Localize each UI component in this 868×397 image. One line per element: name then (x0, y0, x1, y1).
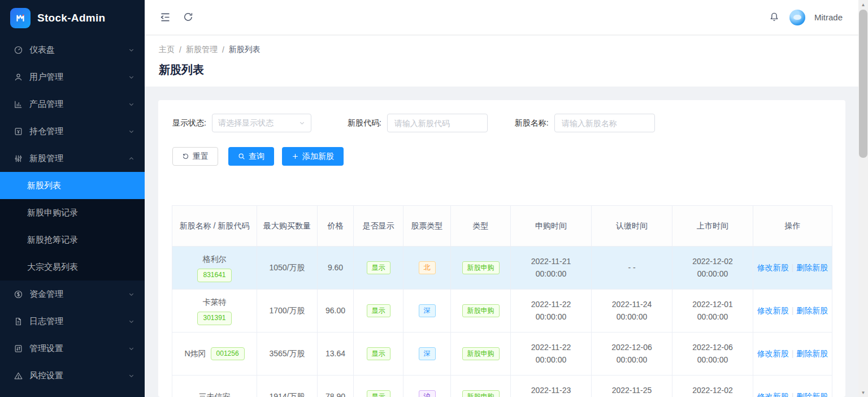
col-stock-type: 股票类型 (403, 206, 451, 247)
search-button-label: 查询 (249, 152, 264, 162)
chevron-down-icon (128, 373, 134, 379)
add-new-stock-button[interactable]: 添加新股 (282, 147, 344, 166)
sidebar-item-label: 产品管理 (29, 99, 128, 110)
delete-stock-link[interactable]: 删除新股 (796, 349, 828, 358)
scroll-down-arrow-icon[interactable]: ▼ (858, 388, 868, 397)
reset-button[interactable]: 重置 (172, 147, 218, 166)
visible-tag: 显示 (367, 304, 390, 318)
user-avatar[interactable] (789, 10, 805, 25)
price-cell: 9.60 (318, 247, 354, 290)
sidebar-item-label: 持仓管理 (29, 126, 128, 137)
max-buy-cell: 1050/万股 (257, 247, 318, 290)
max-buy-cell: 3565/万股 (257, 333, 318, 376)
col-name-code: 新股名称 / 新股代码 (172, 206, 257, 247)
bar-chart-icon (14, 100, 23, 109)
link-divider: | (792, 392, 794, 397)
sidebar-subitem-rush-records[interactable]: 新股抢筹记录 (0, 226, 145, 253)
menu-fold-icon[interactable] (159, 11, 171, 23)
position-box-icon (14, 127, 23, 136)
sidebar-subitem-new-stock-list[interactable]: 新股列表 (0, 172, 145, 199)
status-select[interactable]: 请选择显示状态 (212, 114, 311, 132)
stock-name: N炜冈 (184, 348, 206, 360)
sidebar-subitem-label: 新股申购记录 (27, 208, 78, 218)
scrollbar-thumb[interactable] (859, 10, 867, 158)
search-icon (238, 153, 245, 160)
sidebar-subitem-subscribe-records[interactable]: 新股申购记录 (0, 199, 145, 226)
table-header-row: 新股名称 / 新股代码 最大购买数量 价格 是否显示 股票类型 类型 申购时间 … (172, 206, 832, 247)
edit-stock-link[interactable]: 修改新股 (757, 392, 789, 397)
sidebar-item-logs[interactable]: 日志管理 (0, 308, 145, 335)
actions-cell: 修改新股|删除新股 (753, 247, 832, 290)
user-name: Mitrade (814, 12, 843, 22)
sidebar-item-label: 仪表盘 (29, 45, 128, 55)
col-actions: 操作 (753, 206, 832, 247)
chevron-down-icon (128, 318, 134, 325)
actions-cell: 修改新股|删除新股 (753, 290, 832, 333)
breadcrumb: 主页 / 新股管理 / 新股列表 (159, 36, 858, 55)
col-list-time: 上市时间 (672, 206, 753, 247)
max-buy-cell: 1700/万股 (257, 290, 318, 333)
dashboard-gauge-icon (14, 45, 23, 55)
stock-code-badge: 001256 (211, 347, 245, 361)
delete-stock-link[interactable]: 删除新股 (796, 392, 828, 397)
bell-icon[interactable] (769, 11, 780, 23)
link-divider: | (792, 263, 794, 272)
status-filter-label: 显示状态: (172, 118, 206, 128)
market-tag: 深 (419, 304, 436, 318)
price-cell: 13.64 (318, 333, 354, 376)
name-input[interactable] (554, 114, 655, 132)
scroll-up-arrow-icon[interactable]: ▲ (858, 0, 868, 9)
chevron-down-icon (128, 74, 134, 80)
type-tag: 新股申购 (462, 347, 500, 361)
sidebar-subitem-label: 新股抢筹记录 (27, 235, 78, 245)
sidebar-subitem-label: 大宗交易列表 (27, 262, 78, 273)
delete-stock-link[interactable]: 删除新股 (796, 263, 828, 272)
vertical-scrollbar[interactable]: ▲ ▼ (858, 0, 868, 397)
sidebar-item-products[interactable]: 产品管理 (0, 90, 145, 118)
sidebar-item-funds[interactable]: 资金管理 (0, 281, 145, 308)
visible-tag: 显示 (367, 347, 390, 361)
sidebar-subitem-block-trade-list[interactable]: 大宗交易列表 (0, 253, 145, 281)
status-select-placeholder: 请选择显示状态 (218, 118, 274, 128)
sidebar-item-users[interactable]: 用户管理 (0, 63, 145, 90)
pay-time-cell: 2022-11-2500:00:00 (592, 376, 672, 397)
stock-name: 格利尔 (203, 253, 227, 266)
app-logo[interactable]: Stock-Admin (0, 0, 145, 36)
pay-time-cell: - - (592, 247, 672, 290)
sidebar-item-label: 用户管理 (29, 72, 128, 83)
sidebar-item-new-stock[interactable]: 新股管理 (0, 145, 145, 172)
sidebar-item-admin-settings[interactable]: 管理设置 (0, 335, 145, 362)
refresh-icon[interactable] (183, 11, 194, 23)
apply-time-cell: 2022-11-2200:00:00 (511, 290, 592, 333)
breadcrumb-separator: / (222, 45, 224, 54)
edit-stock-link[interactable]: 修改新股 (757, 349, 789, 358)
price-cell: 78.90 (318, 376, 354, 397)
breadcrumb-home[interactable]: 主页 (159, 45, 175, 55)
link-divider: | (792, 306, 794, 315)
add-button-label: 添加新股 (302, 152, 334, 162)
sidebar-item-risk-settings[interactable]: 风控设置 (0, 362, 145, 389)
file-text-icon (14, 317, 23, 326)
edit-stock-link[interactable]: 修改新股 (757, 306, 789, 315)
edit-stock-link[interactable]: 修改新股 (757, 263, 789, 272)
table-row: 卡莱特301391 1700/万股 96.00 显示 深 新股申购 2022-1… (172, 290, 832, 333)
col-apply-time: 申购时间 (511, 206, 592, 247)
sidebar-item-positions[interactable]: 持仓管理 (0, 118, 145, 145)
sidebar-item-dashboard[interactable]: 仪表盘 (0, 36, 145, 63)
delete-stock-link[interactable]: 删除新股 (796, 306, 828, 315)
name-filter-label: 新股名称: (515, 118, 549, 128)
col-max-buy: 最大购买数量 (257, 206, 318, 247)
search-button[interactable]: 查询 (228, 147, 274, 166)
button-row: 重置 查询 添加新股 (158, 132, 845, 166)
settings-box-icon (14, 344, 23, 353)
breadcrumb-new-stock[interactable]: 新股管理 (186, 45, 218, 55)
dollar-circle-icon (14, 290, 23, 299)
apply-time-cell: 2022-11-2100:00:00 (511, 247, 592, 290)
chevron-up-icon (128, 156, 134, 162)
pay-time-cell: 2022-11-2400:00:00 (592, 290, 672, 333)
stock-name: 三未信安 (199, 391, 231, 397)
stock-code-badge: 831641 (197, 269, 231, 282)
code-input[interactable] (387, 114, 488, 132)
stock-code-badge: 301391 (197, 312, 231, 325)
table-row: 格利尔831641 1050/万股 9.60 显示 北 新股申购 2022-11… (172, 247, 832, 290)
